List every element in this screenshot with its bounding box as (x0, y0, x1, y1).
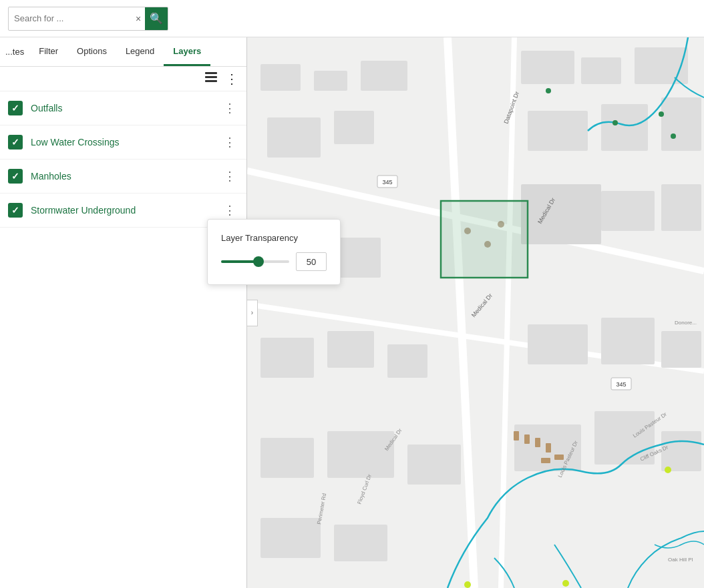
svg-point-60 (562, 580, 569, 587)
sidebar: ...tes Filter Options Legend Layers ⋮ (0, 37, 247, 588)
svg-rect-10 (361, 61, 407, 91)
tabs-bar: ...tes Filter Options Legend Layers (0, 37, 246, 67)
svg-rect-13 (635, 47, 688, 84)
svg-point-40 (484, 241, 491, 248)
manholes-label: Manholes (31, 171, 213, 182)
transparency-popup-label: Layer Transparency (221, 233, 327, 243)
svg-point-56 (612, 120, 618, 125)
tab-legend[interactable]: Legend (116, 37, 164, 66)
sidebar-collapse-handle[interactable]: › (247, 300, 258, 326)
transparency-popup: Layer Transparency (207, 219, 341, 285)
tab-options[interactable]: Options (67, 37, 116, 66)
svg-rect-31 (327, 431, 394, 478)
svg-rect-52 (546, 443, 551, 453)
svg-rect-32 (407, 445, 461, 485)
svg-rect-15 (334, 111, 374, 144)
svg-rect-11 (521, 51, 574, 84)
top-bar: × 🔍 (0, 0, 704, 37)
stormwater-underground-checkbox[interactable] (8, 203, 23, 218)
search-clear-button[interactable]: × (132, 13, 145, 24)
svg-rect-23 (661, 184, 701, 231)
svg-rect-30 (260, 438, 314, 478)
svg-rect-27 (528, 324, 588, 364)
search-input[interactable] (9, 13, 132, 23)
svg-point-61 (665, 467, 671, 473)
search-icon: 🔍 (150, 12, 163, 25)
svg-rect-38 (441, 201, 528, 278)
svg-rect-54 (554, 455, 564, 460)
svg-rect-0 (205, 72, 217, 74)
svg-rect-19 (521, 184, 601, 244)
svg-point-39 (464, 228, 471, 234)
manholes-checkbox[interactable] (8, 169, 23, 184)
map-svg: Datapoint Dr Medical Dr Medical Dr 345 3… (247, 37, 704, 588)
outfalls-label: Outfalls (31, 103, 213, 113)
svg-rect-36 (260, 518, 321, 558)
svg-rect-51 (535, 438, 540, 447)
tab-dates-partial[interactable]: ...tes (0, 37, 29, 66)
svg-rect-37 (334, 525, 387, 561)
svg-rect-29 (661, 331, 701, 368)
layer-item-outfalls: Outfalls ⋮ (0, 91, 246, 125)
search-container: × 🔍 (8, 7, 168, 31)
layer-list: Outfalls ⋮ Low Water Crossings ⋮ Manhole… (0, 91, 246, 588)
tab-layers[interactable]: Layers (164, 37, 210, 66)
svg-rect-8 (260, 64, 301, 91)
tab-filter[interactable]: Filter (29, 37, 67, 66)
svg-rect-49 (514, 431, 519, 440)
clear-icon: × (136, 13, 141, 24)
svg-rect-24 (260, 338, 314, 378)
transparency-slider-container (221, 255, 289, 268)
svg-rect-28 (601, 318, 655, 364)
svg-rect-2 (205, 80, 217, 82)
svg-rect-1 (205, 76, 217, 78)
svg-point-58 (671, 133, 676, 139)
search-button[interactable]: 🔍 (145, 7, 168, 31)
slider-track (221, 260, 289, 263)
outfalls-checkbox[interactable] (8, 101, 23, 115)
svg-rect-26 (387, 344, 427, 378)
stormwater-underground-label: Stormwater Underground (31, 205, 213, 216)
transparency-controls (221, 252, 327, 271)
svg-point-55 (546, 88, 551, 93)
low-water-crossings-label: Low Water Crossings (31, 137, 213, 148)
svg-point-41 (498, 221, 504, 228)
layer-item-low-water-crossings: Low Water Crossings ⋮ (0, 125, 246, 160)
svg-text:345: 345 (382, 179, 392, 186)
svg-rect-14 (267, 117, 321, 158)
layers-stack-icon[interactable] (204, 71, 218, 87)
low-water-crossings-checkbox[interactable] (8, 135, 23, 150)
more-options-icon[interactable]: ⋮ (225, 71, 238, 87)
svg-rect-9 (314, 71, 347, 91)
slider-thumb[interactable] (253, 256, 264, 267)
map-area[interactable]: Datapoint Dr Medical Dr Medical Dr 345 3… (247, 37, 704, 588)
manholes-menu-button[interactable]: ⋮ (221, 170, 238, 182)
svg-rect-35 (661, 431, 701, 471)
svg-text:Donore...: Donore... (675, 320, 697, 326)
svg-point-59 (464, 581, 471, 588)
svg-text:Oak Hill Pl: Oak Hill Pl (668, 557, 693, 563)
layer-toolbar: ⋮ (0, 67, 246, 91)
svg-text:345: 345 (616, 381, 626, 388)
svg-rect-12 (581, 57, 621, 84)
svg-rect-25 (327, 331, 374, 368)
svg-rect-50 (524, 434, 530, 444)
svg-rect-16 (528, 111, 588, 151)
low-water-crossings-menu-button[interactable]: ⋮ (221, 136, 238, 148)
svg-rect-22 (601, 191, 655, 231)
stormwater-underground-menu-button[interactable]: ⋮ (221, 204, 238, 216)
transparency-value-input[interactable] (296, 252, 327, 271)
svg-rect-17 (601, 104, 648, 151)
outfalls-menu-button[interactable]: ⋮ (221, 102, 238, 114)
svg-rect-53 (541, 458, 550, 463)
svg-point-57 (659, 111, 664, 117)
main-layout: ...tes Filter Options Legend Layers ⋮ (0, 37, 704, 588)
layer-item-manholes: Manholes ⋮ (0, 160, 246, 194)
svg-rect-18 (661, 97, 701, 151)
